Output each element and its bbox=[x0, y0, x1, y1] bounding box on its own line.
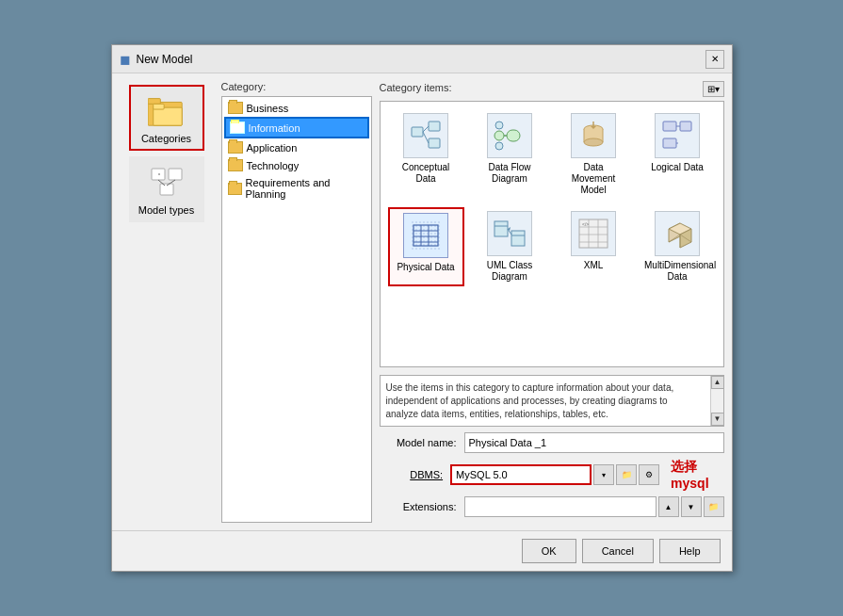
ok-button[interactable]: OK bbox=[522, 539, 576, 563]
requirements-folder-icon bbox=[228, 183, 242, 195]
svg-rect-41 bbox=[494, 221, 508, 236]
svg-text:</>: </> bbox=[582, 221, 589, 227]
dbms-label: DBMS: bbox=[380, 469, 451, 480]
category-item-business[interactable]: Business bbox=[224, 99, 369, 117]
dbms-config-btn[interactable]: ⚙ bbox=[639, 464, 659, 485]
extensions-up-btn[interactable]: ▲ bbox=[658, 496, 679, 517]
extensions-row: Extensions: ▲ ▼ 📁 bbox=[380, 496, 724, 517]
svg-rect-43 bbox=[511, 231, 525, 246]
dialog-body: Categories Model types Categor bbox=[112, 73, 732, 530]
xml-icon: </> bbox=[571, 211, 616, 256]
nav-item-model-types[interactable]: Model types bbox=[129, 156, 204, 222]
items-grid: Conceptual Data Data Flow Diagram bbox=[380, 101, 724, 367]
business-label: Business bbox=[247, 103, 289, 114]
movement-icon bbox=[571, 113, 616, 158]
svg-rect-16 bbox=[507, 130, 520, 141]
svg-rect-27 bbox=[663, 122, 676, 131]
grid-item-uml[interactable]: UML Class Diagram bbox=[472, 207, 548, 286]
description-scrollbar: ▲ ▼ bbox=[710, 376, 723, 426]
description-area: Use the items in this category to captur… bbox=[380, 375, 724, 427]
dialog-icon: ◼ bbox=[120, 52, 131, 67]
extensions-label: Extensions: bbox=[380, 501, 464, 512]
multidim-label: MultiDimensional Data bbox=[644, 260, 710, 283]
dbms-dropdown-btn[interactable]: ▾ bbox=[593, 464, 614, 485]
model-name-row: Model name: bbox=[380, 432, 724, 453]
conceptual-icon bbox=[403, 113, 448, 158]
svg-rect-11 bbox=[429, 122, 440, 131]
dbms-input[interactable] bbox=[450, 464, 592, 485]
information-folder-icon bbox=[230, 122, 245, 134]
right-panel-header: Category items: ⊞▾ bbox=[380, 81, 724, 97]
xml-label: XML bbox=[584, 260, 604, 271]
dbms-annotation: 选择mysql bbox=[671, 459, 723, 491]
technology-folder-icon bbox=[228, 159, 243, 171]
svg-rect-2 bbox=[153, 107, 181, 125]
information-label: Information bbox=[249, 122, 300, 134]
model-types-icon bbox=[148, 163, 186, 201]
left-panel: Categories Model types bbox=[120, 81, 214, 523]
new-model-dialog: ◼ New Model ✕ Categories bbox=[111, 44, 733, 572]
svg-line-14 bbox=[423, 132, 429, 143]
bottom-buttons: OK Cancel Help bbox=[112, 530, 732, 571]
grid-item-physical[interactable]: Physical Data bbox=[388, 207, 464, 286]
model-name-input[interactable] bbox=[464, 432, 724, 453]
requirements-label: Requirements and Planning bbox=[246, 177, 365, 200]
scroll-up-btn[interactable]: ▲ bbox=[711, 376, 724, 389]
extensions-input[interactable] bbox=[464, 496, 657, 517]
extensions-down-btn[interactable]: ▼ bbox=[681, 496, 702, 517]
category-item-application[interactable]: Application bbox=[224, 138, 369, 156]
physical-label: Physical Data bbox=[397, 262, 454, 273]
help-button[interactable]: Help bbox=[659, 539, 721, 563]
dialog-title: New Model bbox=[137, 53, 193, 66]
dbms-browse-btn[interactable]: 📁 bbox=[616, 464, 637, 485]
grid-item-multidim[interactable]: MultiDimensional Data bbox=[640, 207, 716, 286]
model-types-label: Model types bbox=[138, 204, 194, 216]
dataflow-icon bbox=[487, 113, 532, 158]
grid-item-xml[interactable]: </> XML bbox=[556, 207, 632, 286]
dbms-field-container: ▾ 📁 ⚙ bbox=[450, 464, 659, 485]
grid-item-dataflow[interactable]: Data Flow Diagram bbox=[472, 109, 548, 200]
svg-point-19 bbox=[495, 142, 503, 150]
business-folder-icon bbox=[228, 102, 243, 114]
svg-rect-3 bbox=[153, 104, 163, 109]
svg-rect-10 bbox=[412, 127, 423, 137]
application-label: Application bbox=[247, 142, 298, 154]
extensions-field-container: ▲ ▼ 📁 bbox=[464, 496, 724, 517]
model-name-label: Model name: bbox=[380, 437, 464, 448]
category-item-technology[interactable]: Technology bbox=[224, 156, 369, 174]
category-label: Category: bbox=[221, 81, 372, 92]
svg-point-24 bbox=[584, 138, 603, 146]
cancel-button[interactable]: Cancel bbox=[582, 539, 654, 563]
svg-point-18 bbox=[495, 122, 503, 129]
application-folder-icon bbox=[228, 141, 243, 154]
title-bar: ◼ New Model ✕ bbox=[112, 45, 732, 73]
svg-rect-28 bbox=[680, 122, 691, 131]
grid-item-conceptual[interactable]: Conceptual Data bbox=[388, 109, 464, 200]
physical-icon bbox=[403, 213, 448, 258]
category-item-information[interactable]: Information bbox=[224, 117, 369, 138]
title-bar-left: ◼ New Model bbox=[120, 52, 193, 67]
svg-rect-29 bbox=[663, 138, 676, 148]
svg-rect-5 bbox=[169, 169, 182, 180]
uml-label: UML Class Diagram bbox=[477, 260, 543, 283]
view-toggle-button[interactable]: ⊞▾ bbox=[703, 81, 724, 97]
svg-point-15 bbox=[494, 131, 504, 140]
dbms-row: DBMS: ▾ 📁 ⚙ 选择mysql bbox=[380, 459, 724, 491]
items-label: Category items: bbox=[380, 82, 452, 93]
svg-rect-1 bbox=[148, 99, 160, 105]
logical-label: Logical Data bbox=[651, 162, 704, 173]
svg-line-13 bbox=[423, 126, 429, 132]
categories-label: Categories bbox=[141, 133, 191, 144]
technology-label: Technology bbox=[247, 160, 300, 171]
multidim-icon bbox=[655, 211, 700, 256]
grid-item-logical[interactable]: Logical Data bbox=[640, 109, 716, 200]
grid-item-movement[interactable]: Data Movement Model bbox=[556, 109, 632, 200]
close-button[interactable]: ✕ bbox=[705, 50, 724, 69]
nav-item-categories[interactable]: Categories bbox=[129, 85, 204, 151]
category-item-requirements[interactable]: Requirements and Planning bbox=[224, 174, 369, 203]
movement-label: Data Movement Model bbox=[560, 162, 626, 196]
scroll-down-btn[interactable]: ▼ bbox=[711, 413, 724, 426]
fields-area: Model name: DBMS: ▾ 📁 ⚙ 选择mysql Extensio… bbox=[380, 427, 724, 523]
extensions-browse-btn[interactable]: 📁 bbox=[704, 496, 724, 517]
conceptual-label: Conceptual Data bbox=[393, 162, 459, 185]
